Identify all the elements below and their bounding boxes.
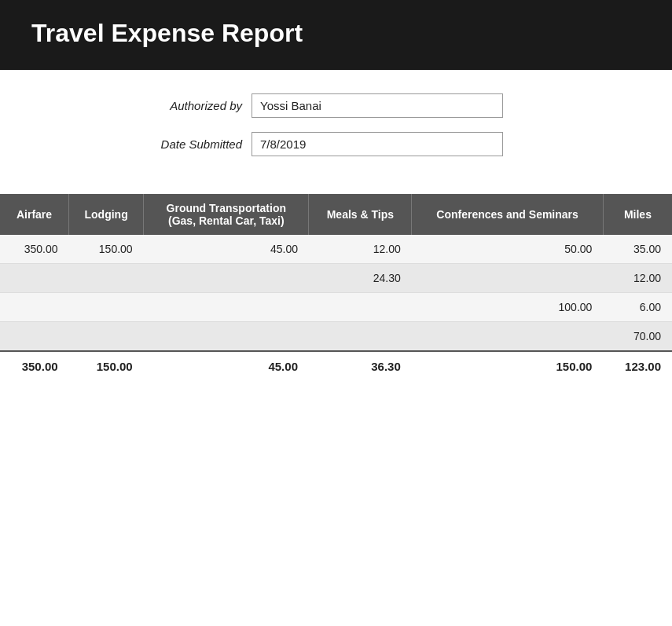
col-miles: Miles (603, 194, 672, 235)
authorized-by-row: Authorized by (31, 93, 641, 118)
header-bar: Travel Expense Report (0, 0, 672, 70)
total-cell: 150.00 (69, 351, 144, 381)
table-header-row: Airfare Lodging Ground Transportation(Ga… (0, 194, 672, 235)
table-cell (69, 264, 144, 293)
total-cell: 350.00 (0, 351, 69, 381)
col-ground-transportation: Ground Transportation(Gas, Rental Car, T… (144, 194, 309, 235)
table-cell (144, 293, 309, 322)
table-cell: 6.00 (603, 293, 672, 322)
table-cell: 70.00 (603, 322, 672, 352)
total-cell: 45.00 (144, 351, 309, 381)
authorized-by-input[interactable] (252, 93, 503, 118)
table-cell: 350.00 (0, 235, 69, 264)
table-cell: 100.00 (412, 293, 604, 322)
page-title: Travel Expense Report (31, 19, 641, 48)
table-cell (309, 322, 412, 352)
table-cell (69, 322, 144, 352)
table-cell: 35.00 (603, 235, 672, 264)
table-cell: 12.00 (309, 235, 412, 264)
totals-row: 350.00150.0045.0036.30150.00123.00 (0, 351, 672, 381)
table-cell (0, 322, 69, 352)
table-row: 350.00150.0045.0012.0050.0035.00 (0, 235, 672, 264)
form-section: Authorized by Date Submitted (0, 70, 672, 186)
table-cell (144, 322, 309, 352)
total-cell: 123.00 (603, 351, 672, 381)
table-cell (0, 264, 69, 293)
col-meals-tips: Meals & Tips (309, 194, 412, 235)
col-lodging: Lodging (69, 194, 144, 235)
table-cell: 12.00 (603, 264, 672, 293)
col-conferences: Conferences and Seminars (412, 194, 604, 235)
table-row: 70.00 (0, 322, 672, 352)
table-cell (412, 322, 604, 352)
table-cell: 150.00 (69, 235, 144, 264)
table-cell (69, 293, 144, 322)
date-submitted-row: Date Submitted (31, 132, 641, 156)
table-cell: 24.30 (309, 264, 412, 293)
date-submitted-label: Date Submitted (31, 137, 252, 151)
total-cell: 150.00 (412, 351, 604, 381)
table-cell (144, 264, 309, 293)
total-cell: 36.30 (309, 351, 412, 381)
table-cell: 45.00 (144, 235, 309, 264)
table-cell (0, 293, 69, 322)
table-cell (309, 293, 412, 322)
expense-table-section: Airfare Lodging Ground Transportation(Ga… (0, 186, 672, 381)
date-submitted-input[interactable] (252, 132, 503, 156)
table-row: 100.006.00 (0, 293, 672, 322)
col-airfare: Airfare (0, 194, 69, 235)
authorized-by-label: Authorized by (31, 99, 252, 112)
table-row: 24.3012.00 (0, 264, 672, 293)
table-cell: 50.00 (412, 235, 604, 264)
table-cell (412, 264, 604, 293)
expense-table: Airfare Lodging Ground Transportation(Ga… (0, 194, 672, 381)
